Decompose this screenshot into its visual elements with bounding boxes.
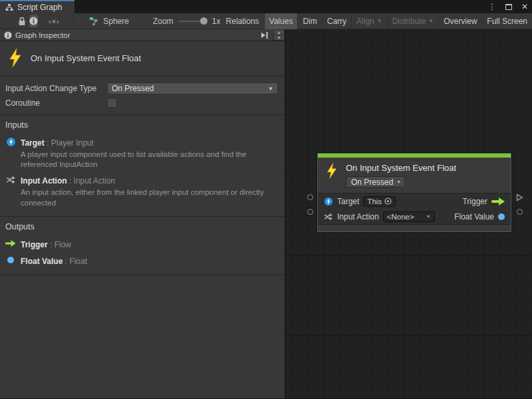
output-port-float-value: Float Value : Float (5, 255, 278, 267)
toolbar-button-group: Relations Values Dim Carry Align ▼ Distr… (221, 13, 532, 29)
relations-button-label: Relations (226, 17, 259, 26)
more-icon[interactable]: ⋮ (488, 3, 496, 11)
step-up-icon[interactable]: ▲ (274, 30, 284, 35)
graph-inspector-header: Graph Inspector ▲ ▼ (0, 29, 285, 41)
values-button[interactable]: Values (265, 13, 299, 29)
flow-arrow-icon (5, 238, 16, 249)
inputs-heading: Inputs (5, 120, 278, 130)
target-this-button[interactable]: This (363, 196, 396, 207)
input-action-input-port[interactable] (307, 209, 313, 215)
close-icon[interactable]: ✕ (521, 3, 528, 11)
port-description: An input action, either from the linked … (21, 188, 275, 207)
tab-bar: Script Graph ⋮ ✕ (0, 0, 532, 13)
carry-button[interactable]: Carry (323, 13, 352, 29)
relations-button[interactable]: Relations (221, 13, 265, 29)
coroutine-checkbox[interactable] (107, 98, 117, 108)
input-action-select[interactable]: <None> ▼ (383, 211, 435, 222)
chevron-down-icon: ▼ (428, 19, 434, 24)
node-body: Target This Trigger (318, 194, 511, 224)
graph-toolbar: ‹×› Sphere Zoom 1x Relations Values (0, 13, 532, 29)
overview-button-label: Overview (444, 17, 477, 26)
expand-panel-icon[interactable] (260, 31, 269, 39)
port-type: Input Action (74, 176, 116, 186)
coroutine-field-row: Coroutine (5, 98, 278, 108)
trigger-output-port[interactable] (516, 194, 523, 201)
unity-script-graph-window: Script Graph ⋮ ✕ ‹×› (0, 0, 532, 399)
input-port-input-action: Input Action : Input Action An input act… (5, 174, 278, 207)
window-controls: ⋮ ✕ (488, 0, 528, 13)
graph-hierarchy-icon (5, 3, 13, 11)
zoom-slider[interactable] (179, 13, 206, 29)
object-picker-icon (384, 198, 392, 205)
graph-canvas[interactable]: On Input System Event Float On Pressed ▾ (286, 29, 532, 398)
chevron-down-icon: ▾ (397, 180, 400, 185)
node-mode-value: On Pressed (351, 178, 393, 187)
node-footer (318, 224, 511, 231)
port-name: Target (21, 138, 45, 148)
inspector-toggle-button[interactable] (29, 15, 38, 27)
float-port-icon (498, 213, 505, 220)
outputs-heading: Outputs (5, 222, 278, 231)
type-separator: : (63, 257, 69, 266)
chevron-down-icon: ▼ (377, 19, 382, 24)
port-description: A player input component used to list av… (21, 150, 275, 170)
target-input-port[interactable] (307, 194, 313, 200)
float-value-output-port[interactable] (517, 209, 523, 215)
input-port-target: Target : Player Input A player input com… (5, 136, 278, 170)
distribute-button[interactable]: Distribute ▼ (388, 13, 440, 29)
port-type: Float (69, 257, 87, 266)
dim-button-label: Dim (303, 17, 317, 26)
player-input-icon (5, 136, 16, 147)
align-button[interactable]: Align ▼ (352, 13, 388, 29)
input-action-icon (324, 212, 333, 221)
overview-button[interactable]: Overview (439, 13, 482, 29)
full-screen-button-label: Full Screen (487, 17, 527, 26)
tab-script-graph[interactable]: Script Graph (0, 0, 74, 13)
csharp-preview-icon[interactable]: ‹×› (49, 17, 60, 25)
step-down-icon[interactable]: ▼ (274, 35, 284, 40)
tab-title: Script Graph (17, 3, 62, 12)
event-node-on-input-system-event-float[interactable]: On Input System Event Float On Pressed ▾ (317, 153, 511, 232)
node-title: On Input System Event Float (346, 163, 456, 173)
node-row-inputaction-floatvalue: Input Action <None> ▼ Float Value (318, 209, 511, 224)
trigger-port-label: Trigger (462, 197, 487, 206)
port-type: Player Input (51, 138, 94, 148)
float-port-icon (5, 255, 16, 265)
flow-arrow-icon (491, 198, 505, 205)
node-header[interactable]: On Input System Event Float On Pressed ▾ (318, 158, 511, 194)
port-name: Input Action (21, 176, 67, 186)
target-this-value: This (367, 198, 382, 205)
lock-icon[interactable] (18, 17, 26, 26)
inspected-node-header: On Input System Event Float (0, 41, 285, 76)
graph-owner-label[interactable]: Sphere (103, 17, 129, 26)
event-bolt-icon (8, 48, 23, 68)
change-type-value: On Pressed (112, 84, 154, 93)
change-type-field-row: Input Action Change Type On Pressed ▼ (5, 82, 278, 94)
change-type-label: Input Action Change Type (5, 84, 107, 93)
input-action-value: <None> (387, 213, 414, 221)
event-bolt-icon (326, 162, 338, 188)
graph-inspector-panel: Graph Inspector ▲ ▼ (0, 29, 286, 398)
full-screen-button[interactable]: Full Screen (482, 13, 532, 29)
input-action-icon (5, 174, 16, 185)
zoom-value: 1x (212, 17, 221, 26)
panel-stepper[interactable]: ▲ ▼ (273, 29, 285, 41)
player-input-icon (324, 197, 333, 206)
float-value-port-label: Float Value (454, 212, 494, 221)
port-type: Flow (55, 240, 71, 249)
info-icon (4, 31, 12, 39)
port-name: Trigger (21, 240, 48, 249)
outputs-section: Outputs Trigger : Flow (0, 217, 285, 275)
change-type-dropdown[interactable]: On Pressed ▼ (107, 82, 278, 94)
node-row-target-trigger: Target This Trigger (318, 194, 511, 209)
zoom-slider-knob[interactable] (200, 17, 207, 25)
inspector-empty-area (0, 275, 285, 398)
dim-button[interactable]: Dim (298, 13, 322, 29)
node-mode-dropdown[interactable]: On Pressed ▾ (346, 176, 405, 188)
distribute-button-label: Distribute (392, 17, 426, 26)
coroutine-label: Coroutine (5, 98, 107, 108)
node-settings: Input Action Change Type On Pressed ▼ Co… (0, 76, 285, 115)
inspected-node-title: On Input System Event Float (31, 53, 141, 63)
maximize-icon[interactable] (505, 4, 512, 10)
inputs-section: Inputs Target : Player Input A player in… (0, 115, 285, 217)
